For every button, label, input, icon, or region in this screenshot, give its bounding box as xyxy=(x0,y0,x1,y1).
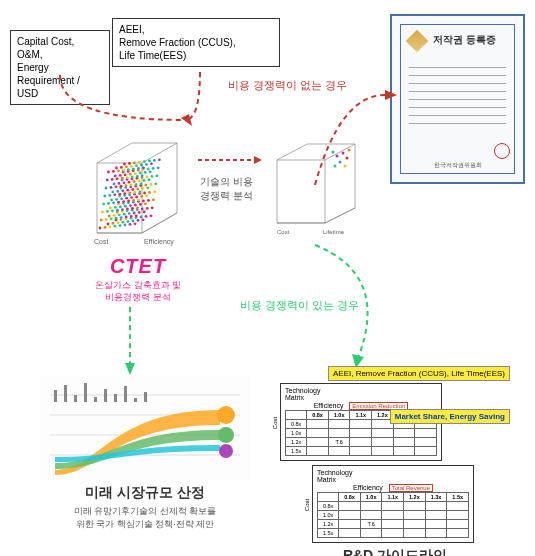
input-cost-box: Capital Cost, O&M, Energy Requirement / … xyxy=(10,30,110,105)
svg-point-100 xyxy=(103,195,106,198)
svg-point-198 xyxy=(336,155,339,158)
svg-marker-3 xyxy=(254,156,262,164)
svg-point-75 xyxy=(152,198,155,201)
svg-point-140 xyxy=(138,180,141,183)
svg-point-14 xyxy=(122,221,125,224)
input-line: O&M, xyxy=(17,48,103,61)
svg-point-7 xyxy=(104,226,107,229)
svg-point-24 xyxy=(145,215,148,218)
svg-point-40 xyxy=(120,216,123,219)
svg-point-80 xyxy=(115,198,118,201)
svg-point-146 xyxy=(148,178,151,181)
yellow-tag-1: AEEI, Remove Fraction (CCUS), Life Time(… xyxy=(328,366,510,381)
svg-point-21 xyxy=(140,216,143,219)
svg-point-174 xyxy=(123,163,126,166)
svg-point-169 xyxy=(141,174,144,177)
svg-point-55 xyxy=(106,210,109,213)
svg-point-160 xyxy=(126,176,129,179)
svg-point-199 xyxy=(342,152,345,155)
svg-point-10 xyxy=(109,225,112,228)
svg-point-69 xyxy=(142,200,145,203)
svg-point-155 xyxy=(124,173,127,176)
svg-point-13 xyxy=(114,225,117,228)
svg-point-166 xyxy=(136,175,139,178)
svg-point-29 xyxy=(108,215,111,218)
svg-rect-224 xyxy=(124,386,127,402)
svg-point-193 xyxy=(142,166,145,169)
svg-rect-225 xyxy=(134,398,137,402)
svg-point-184 xyxy=(127,168,130,171)
svg-point-95 xyxy=(140,195,143,198)
svg-point-4 xyxy=(99,227,102,230)
svg-point-46 xyxy=(130,215,133,218)
svg-point-50 xyxy=(143,210,146,213)
svg-point-94 xyxy=(132,199,135,202)
svg-point-45 xyxy=(141,208,144,211)
svg-point-179 xyxy=(125,165,128,168)
svg-point-53 xyxy=(109,207,112,210)
svg-point-176 xyxy=(120,166,123,169)
svg-point-19 xyxy=(124,224,127,227)
svg-point-147 xyxy=(156,174,159,177)
certificate-seal-icon xyxy=(494,143,510,159)
svg-point-8 xyxy=(112,222,115,225)
svg-point-115 xyxy=(128,192,131,195)
svg-point-130 xyxy=(115,185,118,188)
svg-point-31 xyxy=(105,218,108,221)
input-line: Capital Cost, xyxy=(17,35,103,48)
ctet-block: CTET 온실가스 감축효과 및 비용경쟁력 분석 xyxy=(95,255,181,303)
matrix-table: 0.8x1.0x1.1x1.2x1.3x1.5x 0.8x 1.0x 1.2xT… xyxy=(317,492,469,538)
svg-point-47 xyxy=(138,211,141,214)
svg-point-192 xyxy=(153,159,156,162)
svg-point-56 xyxy=(114,206,117,209)
svg-point-151 xyxy=(111,178,114,181)
svg-point-72 xyxy=(147,199,150,202)
certificate-logo-icon xyxy=(406,30,429,53)
svg-text:Cost: Cost xyxy=(277,229,290,235)
svg-point-177 xyxy=(128,162,131,165)
svg-point-188 xyxy=(140,164,143,167)
svg-point-116 xyxy=(136,188,139,191)
svg-rect-219 xyxy=(74,395,77,402)
svg-point-85 xyxy=(117,201,120,204)
svg-point-200 xyxy=(339,161,342,164)
ctet-sub: 온실가스 감축효과 및 비용경쟁력 분석 xyxy=(95,280,181,303)
svg-point-136 xyxy=(125,184,128,187)
svg-point-190 xyxy=(137,167,140,170)
svg-point-158 xyxy=(129,173,132,176)
svg-point-106 xyxy=(113,193,116,196)
svg-point-65 xyxy=(129,204,132,207)
svg-point-157 xyxy=(121,177,124,180)
svg-point-134 xyxy=(128,181,131,184)
svg-point-148 xyxy=(106,179,109,182)
rd-guideline-block: AEEI, Remove Fraction (CCUS), Life Time(… xyxy=(280,362,510,556)
svg-point-180 xyxy=(133,161,136,164)
svg-point-139 xyxy=(130,184,133,187)
svg-point-25 xyxy=(134,222,137,225)
svg-point-27 xyxy=(150,214,153,217)
svg-point-165 xyxy=(147,168,150,171)
svg-point-62 xyxy=(124,205,127,208)
svg-point-34 xyxy=(110,217,113,220)
svg-point-38 xyxy=(123,213,126,216)
svg-point-17 xyxy=(127,220,130,223)
svg-point-104 xyxy=(116,190,119,193)
svg-point-119 xyxy=(141,187,144,190)
svg-point-214 xyxy=(217,406,235,424)
certificate-footer: 한국저작권위원회 xyxy=(401,161,514,170)
svg-text:Efficiency: Efficiency xyxy=(144,238,174,246)
svg-marker-0 xyxy=(181,114,192,126)
svg-point-171 xyxy=(157,166,160,169)
svg-point-145 xyxy=(140,182,143,185)
analysis-cube-chart: Cost Lifetime xyxy=(265,138,370,238)
svg-point-118 xyxy=(133,191,136,194)
rd-title: R&D 가이드라인 xyxy=(280,547,510,556)
annot-line: 기술의 비용 xyxy=(200,175,253,189)
svg-point-144 xyxy=(151,175,154,178)
svg-text:Lifetime: Lifetime xyxy=(323,229,345,235)
svg-point-103 xyxy=(108,194,111,197)
arrow-cube-to-analysis xyxy=(196,150,266,170)
svg-point-99 xyxy=(153,190,156,193)
certificate-body xyxy=(405,67,510,124)
market-sub: 미래 유망기후기술의 선제적 확보를 위한 국가 핵심기술 정책·전략 제안 xyxy=(40,505,250,530)
